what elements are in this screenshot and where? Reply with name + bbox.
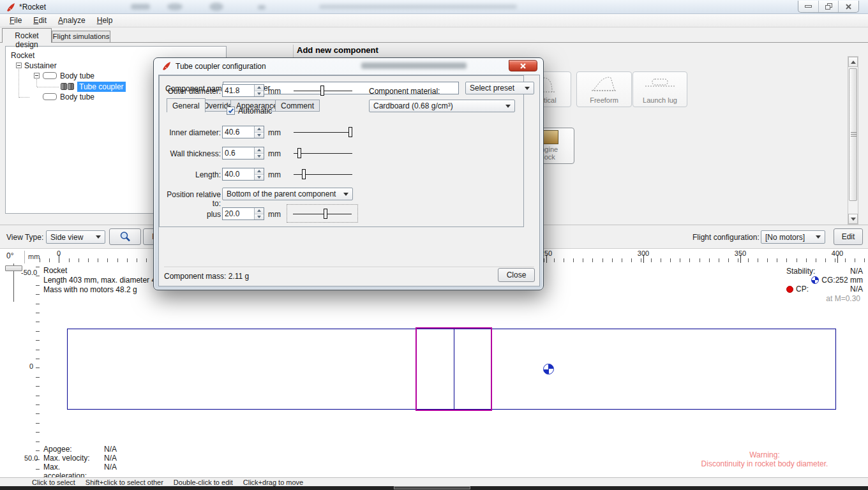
- chevron-down-icon: [525, 87, 530, 90]
- tree-item-body-tube-2[interactable]: Body tube: [60, 93, 94, 101]
- inner-diameter-spinner[interactable]: 40.6: [222, 126, 264, 138]
- dialog-separator: [164, 267, 534, 268]
- spinner-arrows[interactable]: [254, 85, 264, 96]
- restore-button[interactable]: [819, 1, 839, 12]
- edit-label: Edit: [842, 232, 855, 241]
- spinner-arrows[interactable]: [254, 168, 264, 180]
- edit-flight-config-button[interactable]: Edit: [834, 228, 863, 245]
- outer-diameter-unit: mm: [268, 87, 281, 96]
- view-type-select[interactable]: Side view: [46, 230, 105, 244]
- flight-config-value: [No motors]: [765, 233, 812, 242]
- plus-offset-spinner[interactable]: 20.0: [222, 207, 264, 220]
- vertical-ruler: [36, 267, 40, 477]
- arrow-down-icon: [851, 218, 856, 221]
- minimize-icon: [805, 5, 812, 8]
- cp-row: CP: N/A: [786, 285, 863, 293]
- spinner-arrows[interactable]: [254, 147, 264, 159]
- component-panel-scrollbar[interactable]: [848, 56, 858, 225]
- menu-file[interactable]: File: [4, 15, 27, 26]
- outer-diameter-value[interactable]: 41.8: [223, 85, 254, 96]
- selected-tube-coupler-outline[interactable]: [415, 327, 492, 411]
- menu-help[interactable]: Help: [91, 15, 119, 26]
- zoom-button[interactable]: [109, 228, 141, 245]
- ruler-label: 50.0: [24, 454, 38, 462]
- cg-value: CG:252 mm: [821, 276, 863, 285]
- ruler-label: 0: [29, 362, 33, 370]
- tree-item-rocket[interactable]: Rocket: [11, 51, 34, 60]
- menu-edit[interactable]: Edit: [27, 15, 52, 26]
- inner-diameter-value[interactable]: 40.6: [223, 126, 254, 138]
- component-material-value: Cardboard (0.68 g/cm³): [373, 101, 502, 110]
- chevron-down-icon: [816, 235, 821, 239]
- hint-bar: Click to select Shift+click to select ot…: [0, 477, 868, 486]
- plus-offset-slider[interactable]: [293, 207, 352, 220]
- stability-label: Stability:: [786, 267, 815, 276]
- scroll-up-button[interactable]: [848, 57, 858, 67]
- rocket-name-text: Rocket: [43, 266, 67, 275]
- rotation-slider-handle[interactable]: [5, 265, 22, 271]
- length-spinner[interactable]: 40.0: [222, 168, 264, 181]
- position-relative-select[interactable]: Bottom of the parent component: [222, 188, 353, 200]
- wall-thickness-unit: mm: [268, 149, 281, 158]
- taskbar-window-outline: [394, 486, 470, 489]
- tree-guide-line: [37, 87, 59, 87]
- scrollbar-thumb[interactable]: [849, 68, 857, 201]
- wall-thickness-value[interactable]: 0.6: [223, 147, 254, 159]
- close-icon: [845, 3, 852, 10]
- length-value[interactable]: 40.0: [223, 168, 254, 180]
- dialog-close-action-button[interactable]: Close: [498, 268, 535, 282]
- tab-pane-border: [0, 42, 868, 43]
- outer-diameter-slider[interactable]: [294, 84, 352, 97]
- inner-diameter-slider[interactable]: [294, 126, 352, 138]
- select-preset-dropdown[interactable]: Select preset: [465, 82, 534, 94]
- tab-flight-simulations[interactable]: Flight simulations: [52, 31, 110, 43]
- menu-analyze[interactable]: Analyze: [52, 15, 91, 26]
- length-slider[interactable]: [294, 168, 352, 181]
- add-freeform-button[interactable]: Freeform: [576, 71, 632, 107]
- view-type-value: Side view: [50, 233, 92, 242]
- spinner-arrows[interactable]: [254, 208, 264, 219]
- dialog-tab-comment[interactable]: Comment: [275, 100, 320, 112]
- glass-blur-artifact: [131, 4, 150, 10]
- wall-thickness-slider[interactable]: [294, 147, 352, 160]
- dialog-close-button[interactable]: [509, 60, 537, 71]
- tree-item-tube-coupler[interactable]: Tube coupler: [77, 82, 126, 92]
- stability-row: Stability: N/A: [786, 267, 863, 276]
- outer-diameter-label: Outer diameter:: [160, 87, 221, 96]
- stability-value: N/A: [850, 267, 863, 276]
- add-launch-lug-button[interactable]: Launch lug: [632, 71, 687, 107]
- length-label: Length:: [160, 170, 221, 179]
- max-velocity-label: Max. velocity:: [43, 454, 104, 463]
- rocket-mass-text: Mass with no motors 48.2 g: [43, 285, 137, 294]
- glass-blur-artifact: [361, 63, 467, 69]
- automatic-checkbox[interactable]: [227, 107, 235, 115]
- inner-diameter-label: Inner diameter:: [160, 128, 221, 137]
- cg-icon: [811, 276, 819, 284]
- spinner-arrows[interactable]: [254, 126, 264, 138]
- title-bar: *Rocket: [0, 0, 868, 14]
- dialog-tab-general[interactable]: General: [167, 98, 206, 112]
- outer-diameter-spinner[interactable]: 41.8: [222, 84, 264, 97]
- cp-icon: [786, 286, 793, 293]
- wall-thickness-spinner[interactable]: 0.6: [222, 147, 264, 160]
- component-material-select[interactable]: Cardboard (0.68 g/cm³): [369, 100, 515, 112]
- tree-expander[interactable]: [34, 73, 40, 78]
- tree-item-body-tube-1[interactable]: Body tube: [60, 71, 94, 80]
- plus-offset-value[interactable]: 20.0: [223, 208, 254, 219]
- freeform-fin-icon: [590, 72, 618, 96]
- tree-expander[interactable]: [16, 63, 22, 68]
- hint-drag: Click+drag to move: [243, 479, 303, 486]
- tree-item-sustainer[interactable]: Sustainer: [24, 61, 57, 70]
- tab-rocket-design[interactable]: Rocket design: [2, 28, 52, 43]
- close-button[interactable]: [839, 1, 858, 12]
- select-preset-label: Select preset: [470, 84, 521, 93]
- tube-coupler-config-dialog: Tube coupler configuration Component nam…: [153, 57, 544, 290]
- max-velocity-value: N/A: [104, 454, 117, 463]
- scroll-down-button[interactable]: [848, 214, 858, 224]
- body-tube-icon: [43, 72, 57, 79]
- menu-bar: File Edit Analyze Help: [0, 14, 868, 27]
- minimize-button[interactable]: [798, 1, 819, 12]
- flight-config-select[interactable]: [No motors]: [761, 230, 825, 244]
- glass-blur-artifact: [167, 3, 183, 10]
- plus-label: plus: [160, 210, 221, 219]
